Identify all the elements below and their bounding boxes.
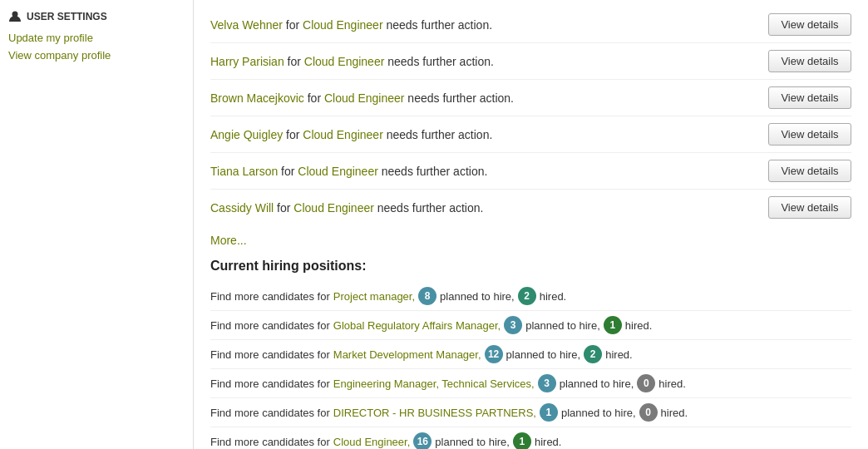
notification-text: Velva Wehner for Cloud Engineer needs fu… bbox=[210, 18, 492, 32]
view-details-button[interactable]: View details bbox=[768, 160, 851, 182]
sidebar-title: USER SETTINGS bbox=[27, 11, 107, 22]
view-company-profile-link[interactable]: View company profile bbox=[8, 49, 185, 62]
user-icon bbox=[8, 10, 22, 23]
person-link[interactable]: Harry Parisian bbox=[210, 55, 284, 68]
hired-label: hired. bbox=[658, 377, 686, 390]
hiring-row: Find more candidates for Project manager… bbox=[210, 282, 851, 311]
person-link[interactable]: Cassidy Will bbox=[210, 201, 274, 215]
view-details-button[interactable]: View details bbox=[768, 13, 851, 36]
planned-badge: 3 bbox=[538, 374, 556, 392]
job-link[interactable]: Cloud Engineer bbox=[303, 18, 383, 32]
hiring-job-link[interactable]: Global Regulatory Affairs Manager, bbox=[333, 319, 501, 332]
planned-badge: 16 bbox=[413, 432, 432, 449]
job-link[interactable]: Cloud Engineer bbox=[304, 55, 385, 68]
sidebar-header: USER SETTINGS bbox=[8, 10, 185, 23]
view-details-button[interactable]: View details bbox=[768, 196, 851, 219]
planned-label: planned to hire, bbox=[506, 348, 581, 361]
notifications-list: Velva Wehner for Cloud Engineer needs fu… bbox=[210, 7, 851, 225]
notification-row: Tiana Larson for Cloud Engineer needs fu… bbox=[210, 153, 851, 190]
notification-row: Harry Parisian for Cloud Engineer needs … bbox=[210, 43, 851, 80]
planned-label: planned to hire, bbox=[525, 319, 600, 332]
hired-badge: 0 bbox=[637, 374, 655, 392]
hiring-row: Find more candidates for Engineering Man… bbox=[210, 369, 851, 398]
hiring-prefix: Find more candidates for bbox=[210, 407, 330, 419]
planned-badge: 8 bbox=[418, 287, 436, 305]
hired-badge: 1 bbox=[604, 316, 622, 334]
notification-row: Brown Macejkovic for Cloud Engineer need… bbox=[210, 80, 851, 116]
hiring-prefix: Find more candidates for bbox=[210, 348, 330, 361]
hired-label: hired. bbox=[625, 319, 653, 332]
hired-label: hired. bbox=[605, 348, 633, 361]
notification-text: Tiana Larson for Cloud Engineer needs fu… bbox=[210, 165, 487, 178]
view-details-button[interactable]: View details bbox=[768, 86, 851, 109]
job-link[interactable]: Cloud Engineer bbox=[293, 201, 374, 215]
planned-label: planned to hire, bbox=[435, 436, 510, 448]
hiring-job-link[interactable]: Engineering Manager, Technical Services, bbox=[333, 377, 535, 390]
hired-badge: 2 bbox=[518, 287, 536, 305]
hiring-prefix: Find more candidates for bbox=[210, 436, 330, 448]
person-link[interactable]: Velva Wehner bbox=[210, 18, 283, 32]
hired-badge: 0 bbox=[639, 403, 658, 422]
sidebar: USER SETTINGS Update my profile View com… bbox=[0, 0, 194, 449]
hiring-job-link[interactable]: DIRECTOR - HR BUSINESS PARTNERS, bbox=[333, 407, 536, 419]
planned-badge: 12 bbox=[485, 345, 503, 363]
person-link[interactable]: Angie Quigley bbox=[210, 128, 283, 141]
view-details-button[interactable]: View details bbox=[768, 50, 851, 72]
hired-badge: 1 bbox=[513, 432, 531, 449]
planned-badge: 1 bbox=[540, 403, 558, 422]
person-link[interactable]: Tiana Larson bbox=[210, 165, 278, 178]
notification-row: Velva Wehner for Cloud Engineer needs fu… bbox=[210, 7, 851, 43]
job-link[interactable]: Cloud Engineer bbox=[298, 165, 378, 178]
hiring-row: Find more candidates for Cloud Engineer,… bbox=[210, 427, 851, 449]
person-link[interactable]: Brown Macejkovic bbox=[210, 91, 304, 105]
planned-label: planned to hire, bbox=[440, 290, 515, 303]
job-link[interactable]: Cloud Engineer bbox=[303, 128, 383, 141]
notification-text: Harry Parisian for Cloud Engineer needs … bbox=[210, 55, 494, 68]
main-content: Velva Wehner for Cloud Engineer needs fu… bbox=[194, 0, 868, 449]
planned-label: planned to hire, bbox=[560, 377, 634, 390]
notification-row: Angie Quigley for Cloud Engineer needs f… bbox=[210, 116, 851, 153]
hiring-job-link[interactable]: Market Development Manager, bbox=[333, 348, 481, 361]
notification-text: Angie Quigley for Cloud Engineer needs f… bbox=[210, 128, 492, 141]
hired-label: hired. bbox=[540, 290, 567, 303]
job-link[interactable]: Cloud Engineer bbox=[324, 91, 405, 105]
view-details-button[interactable]: View details bbox=[768, 123, 851, 146]
hiring-row: Find more candidates for DIRECTOR - HR B… bbox=[210, 398, 851, 427]
notification-text: Cassidy Will for Cloud Engineer needs fu… bbox=[210, 201, 483, 215]
planned-label: planned to hire, bbox=[561, 407, 636, 419]
hired-label: hired. bbox=[535, 436, 562, 448]
hiring-job-link[interactable]: Project manager, bbox=[333, 290, 415, 303]
hiring-prefix: Find more candidates for bbox=[210, 319, 330, 332]
hired-label: hired. bbox=[661, 407, 688, 419]
hiring-prefix: Find more candidates for bbox=[210, 377, 330, 390]
hiring-row: Find more candidates for Global Regulato… bbox=[210, 311, 851, 340]
hiring-list: Find more candidates for Project manager… bbox=[210, 282, 851, 449]
hiring-row: Find more candidates for Market Developm… bbox=[210, 340, 851, 369]
more-link[interactable]: More... bbox=[210, 234, 247, 247]
hired-badge: 2 bbox=[584, 345, 602, 363]
hiring-section-title: Current hiring positions: bbox=[210, 259, 851, 274]
hiring-job-link[interactable]: Cloud Engineer, bbox=[333, 436, 411, 448]
hiring-prefix: Find more candidates for bbox=[210, 290, 330, 303]
update-profile-link[interactable]: Update my profile bbox=[8, 32, 185, 44]
notification-row: Cassidy Will for Cloud Engineer needs fu… bbox=[210, 190, 851, 225]
notification-text: Brown Macejkovic for Cloud Engineer need… bbox=[210, 91, 514, 105]
planned-badge: 3 bbox=[504, 316, 522, 334]
